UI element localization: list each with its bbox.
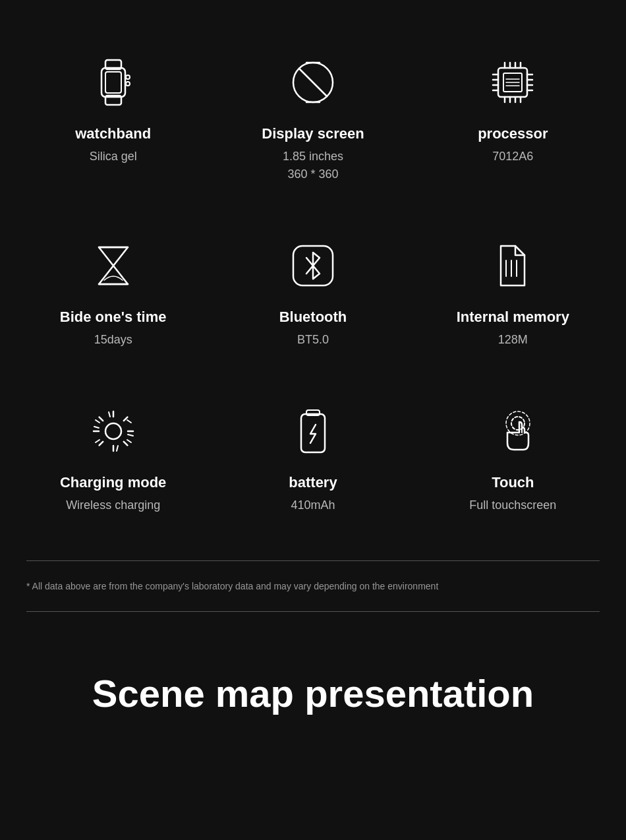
charging-value: Wireless charging: [66, 496, 160, 514]
bottom-section: Scene map presentation: [0, 618, 626, 755]
battery-value: 410mAh: [291, 496, 335, 514]
scene-map-title: Scene map presentation: [13, 671, 613, 715]
top-divider-section: [0, 554, 626, 568]
disclaimer-text: * All data above are from the company's …: [0, 568, 626, 605]
charging-icon: [84, 402, 143, 461]
display-title: Display screen: [262, 125, 364, 142]
bluetooth-title: Bluetooth: [279, 309, 347, 326]
specs-grid: watchband Silica gel Display screen 1.85…: [0, 0, 626, 554]
watchband-value: Silica gel: [90, 148, 137, 165]
charging-title: Charging mode: [60, 474, 166, 491]
processor-value: 7012A6: [492, 148, 533, 165]
memory-icon: [483, 236, 542, 295]
watchband-title: watchband: [75, 125, 151, 142]
display-value: 1.85 inches 360 * 360: [283, 148, 343, 183]
svg-rect-1: [105, 72, 121, 93]
bluetooth-value: BT5.0: [297, 331, 329, 349]
battery-icon: [283, 402, 343, 461]
svg-point-41: [506, 411, 530, 435]
processor-icon: [483, 53, 542, 112]
svg-point-37: [105, 423, 121, 439]
touch-icon: [483, 402, 542, 461]
spec-item-memory: Internal memory 128M: [413, 210, 613, 375]
spec-item-battery: battery 410mAh: [213, 375, 413, 541]
touch-value: Full touchscreen: [469, 496, 556, 514]
spec-item-processor: processor 7012A6: [413, 26, 613, 210]
processor-title: processor: [478, 125, 548, 142]
battery-life-value: 15days: [94, 331, 132, 349]
bottom-divider-section: [0, 605, 626, 618]
battery-title: battery: [289, 474, 337, 491]
spec-item-touch: Touch Full touchscreen: [413, 375, 613, 541]
top-divider: [26, 560, 600, 561]
svg-point-5: [126, 82, 130, 86]
spec-item-battery-life: Bide one's time 15days: [13, 210, 213, 375]
spec-item-bluetooth: Bluetooth BT5.0: [213, 210, 413, 375]
hourglass-icon: [84, 236, 143, 295]
spec-item-charging: Charging mode Wireless charging: [13, 375, 213, 541]
svg-point-4: [126, 75, 130, 79]
memory-title: Internal memory: [457, 309, 569, 326]
svg-line-7: [299, 69, 327, 96]
bluetooth-icon: [283, 236, 343, 295]
battery-life-title: Bide one's time: [60, 309, 167, 326]
memory-value: 128M: [498, 331, 528, 349]
bottom-divider: [26, 611, 600, 612]
spec-item-display: Display screen 1.85 inches 360 * 360: [213, 26, 413, 210]
watchband-icon: [84, 53, 143, 112]
spec-item-watchband: watchband Silica gel: [13, 26, 213, 210]
touch-title: Touch: [492, 474, 534, 491]
display-icon: [283, 53, 343, 112]
